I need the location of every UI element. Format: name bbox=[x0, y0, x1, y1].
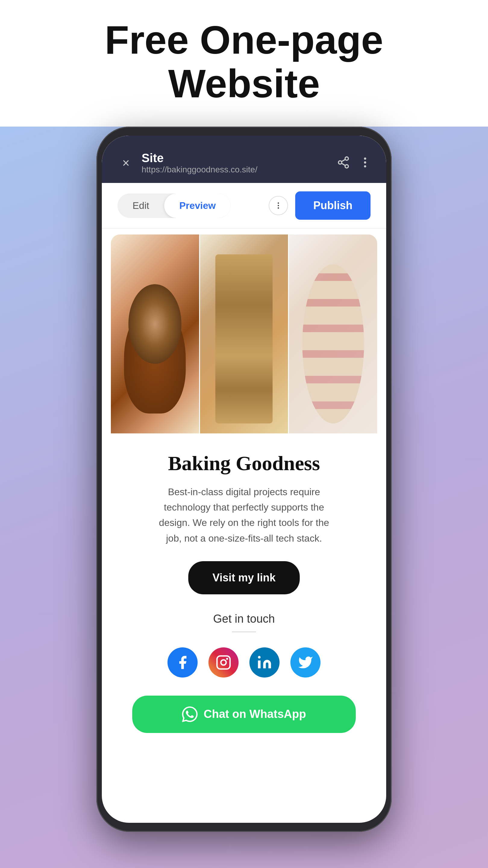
svg-line-3 bbox=[341, 163, 346, 165]
svg-point-12 bbox=[221, 660, 226, 665]
whatsapp-icon bbox=[182, 707, 198, 722]
svg-point-1 bbox=[338, 161, 342, 164]
phone-screen: × Site https://bakinggoodness.co.site/ bbox=[102, 135, 386, 823]
svg-point-13 bbox=[226, 658, 228, 660]
linkedin-icon[interactable] bbox=[250, 647, 280, 678]
twitter-icon[interactable] bbox=[290, 647, 321, 678]
phone-frame: × Site https://bakinggoodness.co.site/ bbox=[96, 127, 392, 832]
browser-icons bbox=[337, 156, 370, 170]
svg-point-14 bbox=[258, 656, 261, 658]
site-title: Site bbox=[141, 151, 330, 165]
bakery-name: Baking Goodness bbox=[117, 452, 371, 475]
edit-button[interactable]: Edit bbox=[118, 193, 164, 218]
facebook-icon[interactable] bbox=[167, 647, 198, 678]
svg-rect-11 bbox=[217, 656, 230, 669]
site-info: Site https://bakinggoodness.co.site/ bbox=[141, 151, 330, 175]
instagram-icon[interactable] bbox=[208, 647, 238, 678]
website-content: Baking Goodness Best-in-class digital pr… bbox=[102, 228, 386, 745]
svg-point-2 bbox=[345, 164, 349, 168]
whatsapp-label: Chat on WhatsApp bbox=[204, 708, 306, 721]
browser-chrome: × Site https://bakinggoodness.co.site/ bbox=[102, 135, 386, 183]
section-divider bbox=[232, 631, 256, 632]
get-in-touch-label: Get in touch bbox=[117, 613, 371, 625]
svg-point-7 bbox=[364, 165, 366, 167]
svg-point-9 bbox=[278, 205, 279, 207]
more-options-icon[interactable] bbox=[360, 156, 370, 170]
svg-line-4 bbox=[341, 159, 346, 161]
close-button[interactable]: × bbox=[118, 155, 134, 172]
edit-preview-toggle: Edit Preview bbox=[118, 193, 231, 218]
page-title: Free One-page Website bbox=[0, 18, 488, 105]
food-image-3 bbox=[289, 235, 377, 433]
whatsapp-button[interactable]: Chat on WhatsApp bbox=[132, 695, 356, 733]
bakery-description: Best-in-class digital projects require t… bbox=[154, 484, 334, 546]
svg-point-10 bbox=[278, 207, 279, 209]
more-actions-button[interactable] bbox=[269, 196, 288, 215]
food-image-2 bbox=[200, 235, 289, 433]
share-icon[interactable] bbox=[337, 156, 350, 170]
action-bar: Edit Preview Publish bbox=[102, 183, 386, 228]
visit-link-button[interactable]: Visit my link bbox=[188, 561, 299, 594]
food-image-1 bbox=[111, 235, 200, 433]
svg-point-6 bbox=[364, 161, 366, 163]
preview-button[interactable]: Preview bbox=[164, 193, 231, 218]
svg-point-5 bbox=[364, 157, 366, 159]
site-url: https://bakinggoodness.co.site/ bbox=[141, 165, 330, 175]
svg-point-0 bbox=[345, 157, 349, 160]
publish-button[interactable]: Publish bbox=[295, 191, 370, 220]
content-area: Baking Goodness Best-in-class digital pr… bbox=[102, 433, 386, 745]
social-icons-group bbox=[117, 647, 371, 678]
svg-point-8 bbox=[278, 203, 279, 204]
banner-images bbox=[111, 235, 377, 433]
